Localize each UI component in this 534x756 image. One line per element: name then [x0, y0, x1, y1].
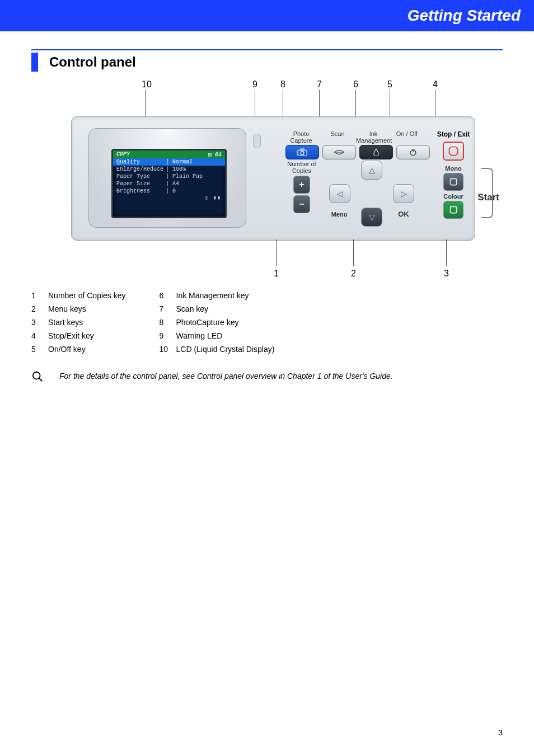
lcd-row-key: Quality: [116, 158, 166, 166]
lcd-screen: COPY ▤ 01 Quality| Normal Enlarge/Reduce…: [111, 149, 227, 218]
ink-management-button[interactable]: [359, 145, 393, 159]
label-ok: OK: [391, 211, 416, 218]
label-colour: Colour: [443, 193, 463, 200]
legend-item: Stop/Exit key: [48, 331, 94, 340]
callout-5: 5: [387, 79, 392, 90]
section-heading: Control panel: [31, 53, 503, 72]
label-photocapture: Photo Capture: [284, 130, 318, 144]
photocapture-button[interactable]: [285, 145, 319, 159]
guide: [446, 240, 447, 266]
label-ink: Ink Management: [356, 130, 391, 144]
section-title: Control panel: [49, 54, 136, 70]
dpad-center[interactable]: ▽: [361, 208, 382, 227]
chapter-header: Getting Started: [0, 0, 534, 31]
on-off-button[interactable]: [396, 145, 430, 159]
lcd-bezel: COPY ▤ 01 Quality| Normal Enlarge/Reduce…: [88, 128, 246, 228]
callout-1: 1: [274, 269, 279, 279]
note-row: For the details of the control panel, se…: [31, 370, 503, 384]
svg-rect-2: [301, 149, 304, 151]
svg-line-9: [39, 378, 43, 382]
stop-exit-button[interactable]: [443, 142, 464, 161]
legend-left: 1Number of Copies key 2Menu keys 3Start …: [31, 289, 126, 356]
legend-right: 6Ink Management key 7Scan key 8PhotoCapt…: [160, 289, 275, 356]
device-panel: COPY ▤ 01 Quality| Normal Enlarge/Reduce…: [71, 116, 475, 241]
warning-led: [253, 134, 261, 148]
callout-4: 4: [433, 79, 438, 90]
svg-point-8: [33, 372, 40, 379]
chapter-title: Getting Started: [407, 7, 521, 25]
magnifier-icon: [31, 370, 44, 384]
label-menu: Menu: [324, 211, 355, 218]
start-colour-button[interactable]: [443, 201, 463, 219]
callout-8: 8: [280, 79, 285, 90]
lcd-status-icons: ▯ ▮▮: [113, 195, 225, 201]
label-onoff: On / Off: [393, 130, 421, 137]
svg-rect-6: [450, 179, 456, 185]
dpad-up[interactable]: △: [361, 161, 382, 180]
callout-3: 3: [444, 269, 449, 279]
guide: [276, 240, 277, 266]
legend-item: On/Off key: [48, 345, 86, 354]
copies-plus-button[interactable]: +: [293, 176, 310, 194]
dpad-right[interactable]: ▷: [393, 184, 414, 203]
callout-2: 2: [351, 269, 356, 279]
legend-item: Number of Copies key: [48, 291, 126, 300]
label-scan: Scan: [324, 130, 352, 137]
start-bracket-icon: [480, 166, 495, 220]
guide: [353, 240, 354, 266]
legend-item: Warning LED: [176, 331, 223, 340]
legend-item: Start keys: [48, 318, 83, 327]
dpad-left[interactable]: ◁: [329, 184, 350, 203]
legend-item: Menu keys: [48, 304, 86, 313]
legend-item: Ink Management key: [176, 291, 249, 300]
label-stop-exit: Stop / Exit: [431, 130, 476, 138]
page-number: 3: [498, 727, 503, 737]
button-cluster: Photo Capture Scan Ink Management On / O…: [284, 130, 469, 234]
callout-7: 7: [317, 79, 322, 90]
svg-point-1: [301, 152, 304, 155]
label-mono: Mono: [431, 165, 476, 172]
label-copies: Number of Copies: [284, 161, 319, 174]
lcd-row-val: | Normal: [166, 158, 222, 166]
callout-10: 10: [142, 79, 152, 90]
legend-item: LCD (Liquid Crystal Display): [176, 345, 275, 354]
section-rule: [31, 49, 503, 50]
control-panel-diagram: 10 9 8 7 6 5 4 COPY ▤ 01: [54, 79, 480, 281]
scan-button[interactable]: [322, 145, 356, 159]
note-text: For the details of the control panel, se…: [59, 370, 393, 382]
legend: 1Number of Copies key 2Menu keys 3Start …: [31, 289, 503, 356]
callout-6: 6: [353, 79, 358, 90]
section-bullet: [31, 53, 38, 72]
lcd-mode: COPY: [116, 151, 130, 158]
menu-dpad: △ ◁ ▽ ▷ Menu OK: [329, 161, 413, 228]
lcd-page: ▤ 01: [208, 151, 222, 158]
callout-9: 9: [252, 79, 257, 90]
legend-item: Scan key: [176, 304, 209, 313]
legend-item: PhotoCapture key: [176, 318, 239, 327]
svg-marker-5: [449, 147, 458, 156]
start-mono-button[interactable]: [443, 173, 463, 191]
copies-minus-button[interactable]: −: [293, 195, 310, 213]
svg-rect-7: [450, 206, 456, 213]
